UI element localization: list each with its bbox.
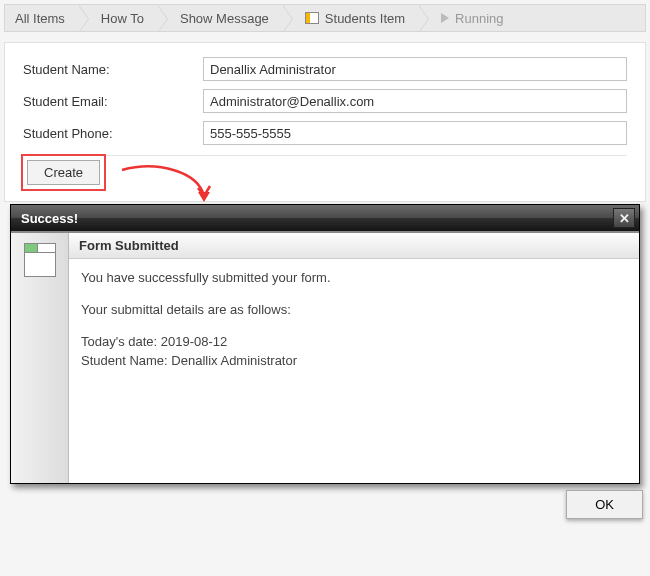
dialog-line1: You have successfully submitted your for…	[81, 269, 627, 287]
form-icon	[24, 243, 56, 277]
dialog-footer: OK	[566, 490, 643, 519]
running-icon	[441, 13, 449, 23]
students-item-icon	[305, 12, 319, 24]
input-student-phone[interactable]	[203, 121, 627, 145]
dialog-line4: Student Name: Denallix Administrator	[81, 352, 627, 370]
annotation-arrow-icon	[118, 162, 218, 206]
row-student-email: Student Email:	[23, 89, 627, 113]
dialog-title-text: Success!	[21, 211, 78, 226]
dialog-main: Form Submitted You have successfully sub…	[69, 233, 639, 483]
svg-marker-0	[198, 192, 210, 202]
create-area: Create	[23, 155, 627, 201]
label-student-phone: Student Phone:	[23, 126, 203, 141]
breadcrumb: All Items How To Show Message Students I…	[4, 4, 646, 32]
dialog-text: You have successfully submitted your for…	[69, 259, 639, 380]
dialog-subtitle: Form Submitted	[69, 233, 639, 259]
breadcrumb-item-running: Running	[419, 5, 517, 31]
breadcrumb-item-showmessage[interactable]: Show Message	[158, 5, 283, 31]
dialog-sidebar	[11, 233, 69, 483]
breadcrumb-label: Students Item	[325, 11, 405, 26]
breadcrumb-label: Show Message	[180, 11, 269, 26]
highlight-frame: Create	[21, 154, 106, 191]
breadcrumb-label: Running	[455, 11, 503, 26]
close-button[interactable]: ✕	[613, 208, 635, 228]
breadcrumb-item-all[interactable]: All Items	[5, 5, 79, 31]
input-student-email[interactable]	[203, 89, 627, 113]
input-student-name[interactable]	[203, 57, 627, 81]
row-student-name: Student Name:	[23, 57, 627, 81]
dialog-body: Form Submitted You have successfully sub…	[11, 231, 639, 483]
dialog-line3: Today's date: 2019-08-12	[81, 333, 627, 351]
create-button[interactable]: Create	[27, 160, 100, 185]
success-dialog: Success! ✕ Form Submitted You have succe…	[10, 204, 640, 484]
row-student-phone: Student Phone:	[23, 121, 627, 145]
label-student-email: Student Email:	[23, 94, 203, 109]
breadcrumb-item-students[interactable]: Students Item	[283, 5, 419, 31]
student-form: Student Name: Student Email: Student Pho…	[4, 42, 646, 202]
breadcrumb-label: All Items	[15, 11, 65, 26]
dialog-line2: Your submittal details are as follows:	[81, 301, 627, 319]
label-student-name: Student Name:	[23, 62, 203, 77]
breadcrumb-label: How To	[101, 11, 144, 26]
ok-button[interactable]: OK	[566, 490, 643, 519]
breadcrumb-item-howto[interactable]: How To	[79, 5, 158, 31]
close-icon: ✕	[619, 212, 630, 225]
dialog-titlebar: Success! ✕	[11, 205, 639, 231]
